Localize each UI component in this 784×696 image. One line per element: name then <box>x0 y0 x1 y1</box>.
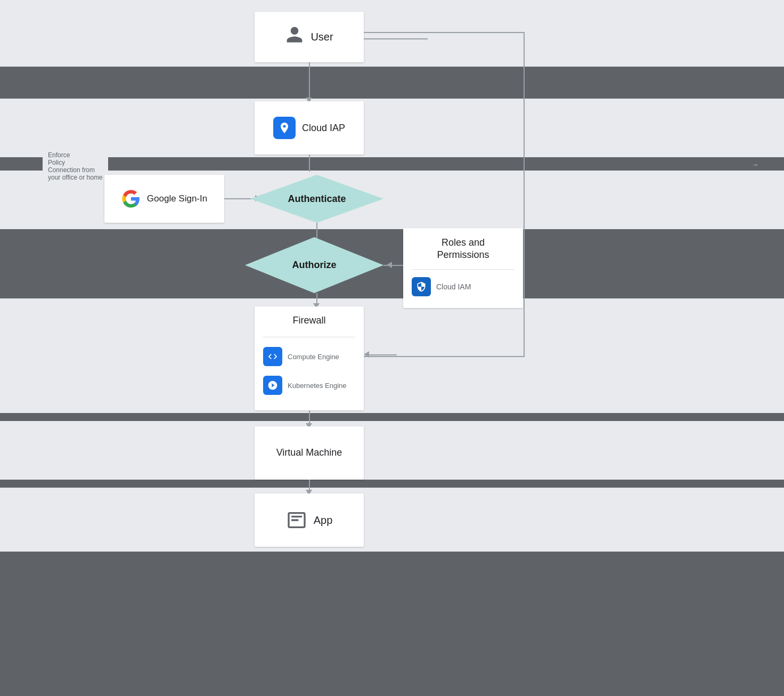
cloud-iap-icon <box>273 117 296 139</box>
cloud-iam-icon <box>412 277 431 296</box>
virtual-machine-card: Virtual Machine <box>255 426 364 480</box>
arrow-user-to-iap <box>309 62 310 100</box>
app-card: App <box>255 493 364 547</box>
arrow-top-right-1 <box>364 32 524 33</box>
side-label-line3: Connection from <box>48 166 103 174</box>
compute-engine-label: Compute Engine <box>288 353 339 361</box>
virtual-machine-title: Virtual Machine <box>276 446 342 459</box>
arrow-to-firewall <box>365 354 397 355</box>
firewall-divider <box>263 337 355 337</box>
band-user <box>0 0 784 67</box>
compute-engine-icon <box>263 347 282 366</box>
band-vm <box>0 421 784 480</box>
side-label-line1: Enforce <box>48 151 103 159</box>
side-label-line2: Policy <box>48 159 103 166</box>
user-card-title: User <box>311 31 333 43</box>
kubernetes-engine-row: Kubernetes Engine <box>263 376 347 395</box>
firewall-card: Firewall Compute Engine Kubernetes Engin… <box>255 306 364 410</box>
cloud-iap-title: Cloud IAP <box>302 123 345 134</box>
arrowhead-roles <box>387 262 392 268</box>
cloud-iam-label: Cloud IAM <box>436 282 471 291</box>
app-title: App <box>314 514 333 527</box>
app-icon <box>286 509 307 531</box>
band-app <box>0 488 784 552</box>
cloud-iap-card: Cloud IAP <box>255 101 364 155</box>
right-label-text: → <box>752 161 758 168</box>
right-side-label: → <box>748 159 763 171</box>
authorize-label: Authorize <box>292 260 337 271</box>
cloud-iam-row: Cloud IAM <box>412 277 471 296</box>
arrow-firewall-to-vm <box>309 410 310 425</box>
roles-permissions-title: Roles andPermissions <box>412 237 514 262</box>
authenticate-label: Authenticate <box>288 193 346 205</box>
user-card: User <box>255 12 364 62</box>
authenticate-diamond-wrapper: Authenticate <box>250 175 383 223</box>
arrow-right-vertical <box>524 32 525 357</box>
arrow-iap-to-auth <box>309 155 310 172</box>
kubernetes-engine-icon <box>263 376 282 395</box>
google-icon <box>121 189 141 208</box>
person-icon <box>285 25 304 49</box>
kubernetes-engine-label: Kubernetes Engine <box>288 382 347 390</box>
side-label-line4: your office or home <box>48 174 103 181</box>
authorize-diamond-wrapper: Authorize <box>245 237 383 293</box>
roles-divider <box>412 269 514 270</box>
google-signin-title: Google Sign-In <box>147 193 207 204</box>
band-iap <box>0 99 784 157</box>
compute-engine-row: Compute Engine <box>263 347 339 366</box>
firewall-title: Firewall <box>263 315 355 326</box>
arrow-bottom-right <box>364 356 524 357</box>
arrow-user-right <box>364 38 428 39</box>
left-side-label: Enforce Policy Connection from your offi… <box>43 148 108 184</box>
google-signin-card: Google Sign-In <box>104 175 224 223</box>
roles-permissions-card: Roles andPermissions Cloud IAM <box>403 228 523 308</box>
